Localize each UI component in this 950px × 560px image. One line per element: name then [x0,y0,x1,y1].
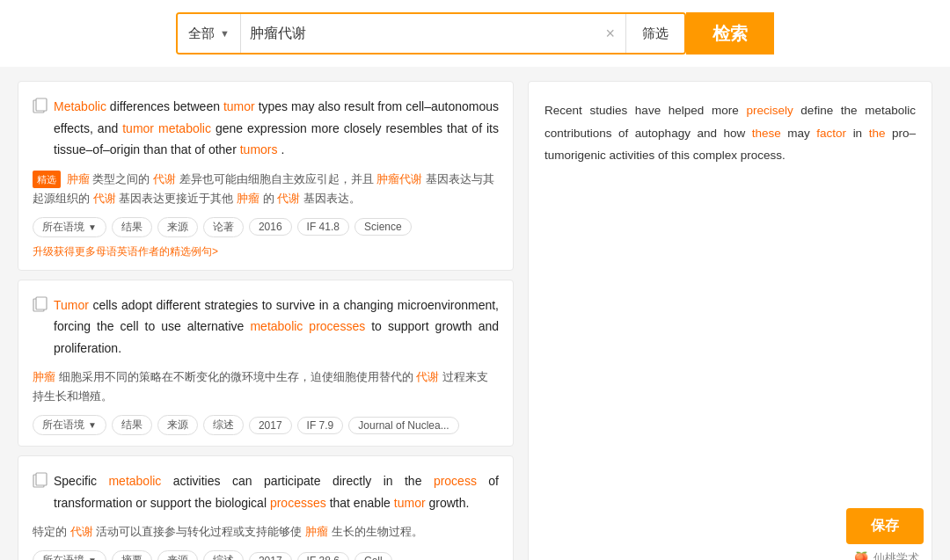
tags-row-1: 所在语境▼ 结果 来源 论著 2016 IF 41.8 Science [33,217,499,237]
svg-rect-1 [36,98,47,111]
tag-journal-3[interactable]: Cell [354,552,392,560]
svg-rect-3 [36,297,47,309]
zh-metabolism-4: 代谢 [416,370,439,383]
sentence-zh-3: 特定的 代谢 活动可以直接参与转化过程或支持能够使 肿瘤 生长的生物过程。 [33,522,499,542]
tag-year-3[interactable]: 2017 [249,552,292,560]
tag-source-3[interactable]: 来源 [157,550,198,560]
zh-tumor-metabolism: 肿瘤代谢 [376,172,422,185]
clear-icon[interactable]: × [595,25,625,43]
word-metabolic-1: Metabolic [54,99,106,113]
upgrade-anchor[interactable]: 升级获得更多母语英语作者的精选例句> [33,244,218,259]
word-processes-link[interactable]: processes [270,496,326,510]
tag-review-3[interactable]: 综述 [203,550,244,560]
save-button-area: 保存 [846,508,924,544]
sentence-zh-2: 肿瘤 细胞采用不同的策略在不断变化的微环境中生存，迫使细胞使用替代的 代谢 过程… [33,367,499,406]
tag-result-1[interactable]: 结果 [112,217,152,237]
card-header-1: Metabolic differences between tumor type… [33,96,499,166]
tag-journal-2[interactable]: Journal of Nuclea... [348,417,458,434]
tag-if-3[interactable]: IF 38.6 [297,552,349,560]
zh-tumor-3: 肿瘤 [33,370,55,383]
tag-if-2[interactable]: IF 7.9 [297,417,344,434]
watermark-text: 仙桃学术 [873,548,919,560]
preview-precisely: precisely [746,104,793,117]
tag-source-1[interactable]: 来源 [157,217,198,237]
word-tumors-link[interactable]: tumors [240,142,278,156]
preview-the: the [869,127,886,140]
word-metabolic-2: metabolic [158,121,211,135]
main-layout: Metabolic differences between tumor type… [0,67,950,560]
search-container: 全部 ▼ × 筛选 [176,12,686,55]
card-header-3: Specific metabolic activities can partic… [33,470,499,519]
preview-factor: factor [816,127,846,140]
tag-year-2[interactable]: 2017 [249,417,292,434]
preview-panel: Recent studies have helped more precisel… [528,81,932,560]
tags-row-3: 所在语境▼ 摘要 来源 综述 2017 IF 38.6 Cell [33,550,499,560]
card-header-2: Tumor cells adopt different strategies t… [33,295,499,365]
copy-icon-2 [33,296,48,312]
search-input[interactable] [241,25,596,41]
sentence-en-1: Metabolic differences between tumor type… [54,96,499,161]
zh-tumor-4: 肿瘤 [305,525,328,538]
tag-result-2[interactable]: 结果 [112,415,152,435]
search-bar: 全部 ▼ × 筛选 检索 [0,0,950,67]
watermark-icon: 🍑 [854,548,868,560]
word-process-link[interactable]: process [434,474,477,488]
tags-row-2: 所在语境▼ 结果 来源 综述 2017 IF 7.9 Journal of Nu… [33,415,499,435]
search-category-label: 全部 [188,25,215,42]
tag-source-2[interactable]: 来源 [157,415,198,435]
tag-abstract-3[interactable]: 摘要 [112,550,152,560]
copy-icon [33,98,48,113]
zh-tumor-2: 肿瘤 [237,192,259,205]
search-category-selector[interactable]: 全部 ▼ [178,14,241,53]
tag-review-2[interactable]: 综述 [203,415,244,435]
search-button[interactable]: 检索 [686,12,774,55]
word-tumor-1: tumor [223,99,255,113]
tag-journal-1[interactable]: Science [354,218,412,236]
sentence-zh-1: 精选 肿瘤 类型之间的 代谢 差异也可能由细胞自主效应引起，并且 肿瘤代谢 基因… [33,170,499,208]
tag-context-1[interactable]: 所在语境▼ [33,217,106,237]
result-card-1: Metabolic differences between tumor type… [18,81,514,271]
word-tumor-4: tumor [394,496,426,510]
zh-metabolism-1: 代谢 [153,172,176,185]
result-card-3: Specific metabolic activities can partic… [18,455,514,560]
tag-if-1[interactable]: IF 41.8 [297,218,349,236]
chevron-down-icon: ▼ [220,28,230,39]
watermark: 🍑 仙桃学术 [854,548,919,560]
tag-context-3[interactable]: 所在语境▼ [33,550,106,560]
zh-metabolism-5: 代谢 [70,525,93,538]
sentence-en-2: Tumor cells adopt different strategies t… [54,295,499,360]
svg-rect-5 [36,473,47,485]
word-tumor-3: Tumor [54,298,89,312]
badge-jingxuan: 精选 [33,171,61,189]
upgrade-link[interactable]: 升级获得更多母语英语作者的精选例句> [33,237,499,259]
preview-text: Recent studies have helped more precisel… [544,99,916,167]
tag-thesis-1[interactable]: 论著 [203,217,244,237]
word-metabolic-processes[interactable]: metabolic processes [250,319,365,333]
copy-icon-3 [33,472,48,488]
sentence-en-3: Specific metabolic activities can partic… [54,470,499,513]
result-card-2: Tumor cells adopt different strategies t… [18,280,514,447]
word-tumor-2: tumor [122,121,154,135]
tag-year-1[interactable]: 2016 [249,218,292,236]
save-button[interactable]: 保存 [846,508,924,544]
results-column: Metabolic differences between tumor type… [18,81,514,560]
preview-these: these [752,127,781,140]
filter-button[interactable]: 筛选 [625,14,684,53]
zh-tumor-1: 肿瘤 [67,172,90,185]
tag-context-2[interactable]: 所在语境▼ [33,415,106,435]
zh-metabolism-2: 代谢 [93,192,116,205]
zh-metabolism-3: 代谢 [277,192,300,205]
word-metabolic-3: metabolic [108,474,161,488]
